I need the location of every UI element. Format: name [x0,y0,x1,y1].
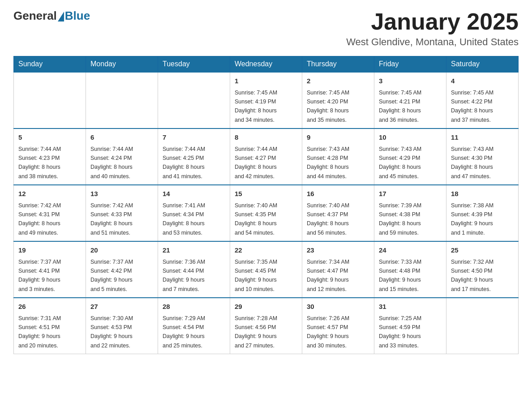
day-number: 21 [163,245,225,256]
calendar-cell: 19Sunrise: 7:37 AM Sunset: 4:41 PM Dayli… [14,241,86,298]
day-number: 25 [451,245,514,256]
calendar-cell [158,72,230,128]
day-number: 3 [379,76,442,86]
day-number: 1 [235,76,297,86]
calendar-cell: 17Sunrise: 7:39 AM Sunset: 4:38 PM Dayli… [374,185,446,241]
day-info: Sunrise: 7:44 AM Sunset: 4:27 PM Dayligh… [235,146,277,180]
calendar-cell: 26Sunrise: 7:31 AM Sunset: 4:51 PM Dayli… [14,298,86,354]
day-number: 20 [90,245,153,256]
day-number: 13 [90,189,153,199]
month-year-title: January 2025 [346,9,519,34]
calendar-cell: 23Sunrise: 7:34 AM Sunset: 4:47 PM Dayli… [302,241,374,298]
calendar-header-row: SundayMondayTuesdayWednesdayThursdayFrid… [14,56,519,73]
calendar-cell: 18Sunrise: 7:38 AM Sunset: 4:39 PM Dayli… [446,185,519,241]
calendar-cell: 25Sunrise: 7:32 AM Sunset: 4:50 PM Dayli… [446,241,519,298]
logo-text-general: General [13,9,57,23]
calendar-cell: 31Sunrise: 7:25 AM Sunset: 4:59 PM Dayli… [374,298,446,354]
day-info: Sunrise: 7:42 AM Sunset: 4:31 PM Dayligh… [18,202,61,236]
calendar-cell: 13Sunrise: 7:42 AM Sunset: 4:33 PM Dayli… [86,185,158,241]
day-info: Sunrise: 7:44 AM Sunset: 4:24 PM Dayligh… [90,146,133,180]
calendar-cell: 14Sunrise: 7:41 AM Sunset: 4:34 PM Dayli… [158,185,230,241]
day-number: 26 [18,302,81,312]
day-info: Sunrise: 7:43 AM Sunset: 4:30 PM Dayligh… [451,146,493,180]
day-number: 28 [163,302,225,312]
calendar-cell: 21Sunrise: 7:36 AM Sunset: 4:44 PM Dayli… [158,241,230,298]
day-info: Sunrise: 7:38 AM Sunset: 4:39 PM Dayligh… [451,202,493,236]
calendar-cell: 8Sunrise: 7:44 AM Sunset: 4:27 PM Daylig… [230,128,302,185]
calendar-cell: 20Sunrise: 7:37 AM Sunset: 4:42 PM Dayli… [86,241,158,298]
day-number: 8 [235,133,297,143]
day-number: 22 [235,245,297,256]
day-info: Sunrise: 7:45 AM Sunset: 4:22 PM Dayligh… [451,90,493,123]
day-info: Sunrise: 7:42 AM Sunset: 4:33 PM Dayligh… [90,202,133,236]
day-number: 4 [451,76,514,86]
calendar-cell: 15Sunrise: 7:40 AM Sunset: 4:35 PM Dayli… [230,185,302,241]
day-info: Sunrise: 7:43 AM Sunset: 4:28 PM Dayligh… [307,146,349,180]
weekday-header-wednesday: Wednesday [230,56,302,73]
calendar-table: SundayMondayTuesdayWednesdayThursdayFrid… [13,56,519,354]
calendar-week-row: 12Sunrise: 7:42 AM Sunset: 4:31 PM Dayli… [14,185,519,241]
weekday-header-sunday: Sunday [14,56,86,73]
calendar-week-row: 19Sunrise: 7:37 AM Sunset: 4:41 PM Dayli… [14,241,519,298]
day-info: Sunrise: 7:32 AM Sunset: 4:50 PM Dayligh… [451,259,493,292]
day-info: Sunrise: 7:31 AM Sunset: 4:51 PM Dayligh… [18,315,61,349]
day-number: 11 [451,133,514,143]
day-info: Sunrise: 7:34 AM Sunset: 4:47 PM Dayligh… [307,259,349,292]
weekday-header-friday: Friday [374,56,446,73]
day-info: Sunrise: 7:37 AM Sunset: 4:41 PM Dayligh… [18,259,61,292]
calendar-cell: 6Sunrise: 7:44 AM Sunset: 4:24 PM Daylig… [86,128,158,185]
day-number: 19 [18,245,81,256]
day-info: Sunrise: 7:30 AM Sunset: 4:53 PM Dayligh… [90,315,133,349]
day-number: 6 [90,133,153,143]
day-number: 12 [18,189,81,199]
calendar-cell: 16Sunrise: 7:40 AM Sunset: 4:37 PM Dayli… [302,185,374,241]
calendar-cell: 12Sunrise: 7:42 AM Sunset: 4:31 PM Dayli… [14,185,86,241]
calendar-cell [446,298,519,354]
day-number: 23 [307,245,369,256]
weekday-header-saturday: Saturday [446,56,519,73]
calendar-cell: 28Sunrise: 7:29 AM Sunset: 4:54 PM Dayli… [158,298,230,354]
day-info: Sunrise: 7:25 AM Sunset: 4:59 PM Dayligh… [379,315,421,349]
day-info: Sunrise: 7:28 AM Sunset: 4:56 PM Dayligh… [235,315,277,349]
day-number: 27 [90,302,153,312]
day-number: 2 [307,76,369,86]
day-info: Sunrise: 7:44 AM Sunset: 4:23 PM Dayligh… [18,146,61,180]
day-info: Sunrise: 7:37 AM Sunset: 4:42 PM Dayligh… [90,259,133,292]
day-number: 31 [379,302,442,312]
calendar-cell: 4Sunrise: 7:45 AM Sunset: 4:22 PM Daylig… [446,72,519,128]
weekday-header-monday: Monday [86,56,158,73]
calendar-cell: 7Sunrise: 7:44 AM Sunset: 4:25 PM Daylig… [158,128,230,185]
day-number: 15 [235,189,297,199]
calendar-cell: 1Sunrise: 7:45 AM Sunset: 4:19 PM Daylig… [230,72,302,128]
logo-text-blue: Blue [65,9,90,23]
day-info: Sunrise: 7:45 AM Sunset: 4:20 PM Dayligh… [307,90,349,123]
day-info: Sunrise: 7:41 AM Sunset: 4:34 PM Dayligh… [163,202,205,236]
day-info: Sunrise: 7:29 AM Sunset: 4:54 PM Dayligh… [163,315,205,349]
logo-triangle-icon [58,12,64,21]
day-number: 9 [307,133,369,143]
day-number: 24 [379,245,442,256]
calendar-week-row: 26Sunrise: 7:31 AM Sunset: 4:51 PM Dayli… [14,298,519,354]
day-number: 30 [307,302,369,312]
calendar-cell: 30Sunrise: 7:26 AM Sunset: 4:57 PM Dayli… [302,298,374,354]
day-number: 18 [451,189,514,199]
day-info: Sunrise: 7:45 AM Sunset: 4:21 PM Dayligh… [379,90,421,123]
day-info: Sunrise: 7:44 AM Sunset: 4:25 PM Dayligh… [163,146,205,180]
day-number: 7 [163,133,225,143]
title-section: January 2025 West Glendive, Montana, Uni… [346,9,519,48]
day-info: Sunrise: 7:35 AM Sunset: 4:45 PM Dayligh… [235,259,277,292]
day-number: 17 [379,189,442,199]
day-number: 5 [18,133,81,143]
calendar-cell [14,72,86,128]
weekday-header-tuesday: Tuesday [158,56,230,73]
calendar-cell: 29Sunrise: 7:28 AM Sunset: 4:56 PM Dayli… [230,298,302,354]
calendar-cell: 9Sunrise: 7:43 AM Sunset: 4:28 PM Daylig… [302,128,374,185]
weekday-header-thursday: Thursday [302,56,374,73]
day-number: 10 [379,133,442,143]
day-info: Sunrise: 7:40 AM Sunset: 4:35 PM Dayligh… [235,202,277,236]
calendar-cell: 24Sunrise: 7:33 AM Sunset: 4:48 PM Dayli… [374,241,446,298]
calendar-cell: 5Sunrise: 7:44 AM Sunset: 4:23 PM Daylig… [14,128,86,185]
day-info: Sunrise: 7:40 AM Sunset: 4:37 PM Dayligh… [307,202,349,236]
calendar-cell: 22Sunrise: 7:35 AM Sunset: 4:45 PM Dayli… [230,241,302,298]
day-number: 29 [235,302,297,312]
